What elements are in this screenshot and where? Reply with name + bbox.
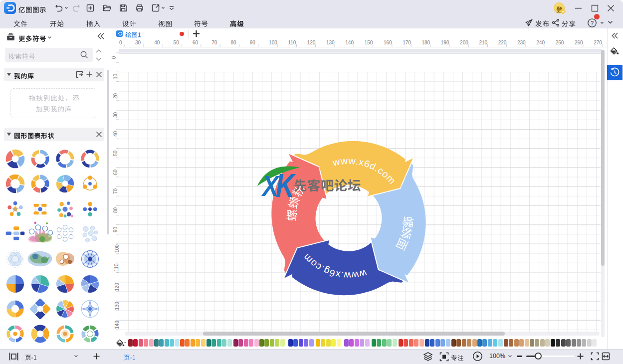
svg-text:K: K [276,167,296,204]
svg-text:?: ? [591,20,594,26]
